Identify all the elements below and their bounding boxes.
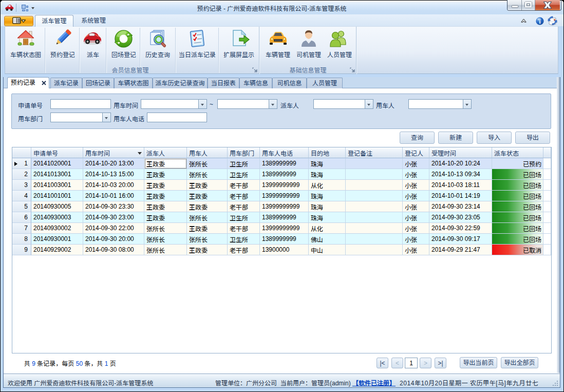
svg-text:i: i xyxy=(539,18,540,25)
